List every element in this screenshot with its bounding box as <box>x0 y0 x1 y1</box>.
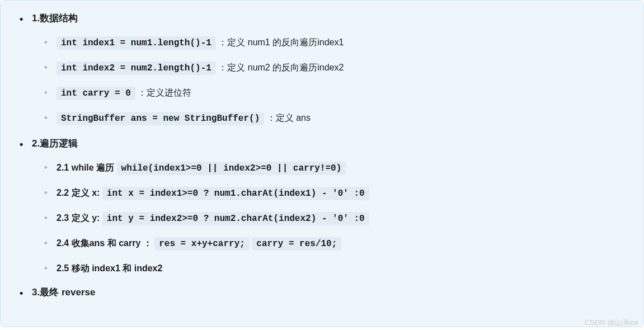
item-description: ：定义 ans <box>267 113 311 122</box>
list-item: 2.1 while 遍历 while(index1>=0 || index2>=… <box>57 160 630 176</box>
list-item: int index2 = num2.length()-1 ：定义 num2 的反… <box>57 60 630 76</box>
watermark: CSDN @山涧ice <box>585 318 638 328</box>
code-snippet: while(index1>=0 || index2>=0 || carry!=0… <box>117 162 346 175</box>
list-item: int index1 = num1.length()-1 ：定义 num1 的反… <box>57 35 630 51</box>
item-description: ：定义 num2 的反向遍历index2 <box>218 63 344 72</box>
code-snippet: int y = index2>=0 ? num2.charAt(index2) … <box>102 212 369 225</box>
code-snippet: res = x+y+carry; <box>154 237 250 251</box>
item-description: ：定义 num1 的反向遍历index1 <box>218 37 344 47</box>
list-item: 2.3 定义 y: int y = index2>=0 ? num2.charA… <box>57 210 630 227</box>
item-bold-label: 2.2 定义 x: <box>57 188 100 197</box>
section-1-items: int index1 = num1.length()-1 ：定义 num1 的反… <box>32 35 630 127</box>
code-snippet: StringBuffer ans = new StringBuffer() <box>57 112 264 125</box>
item-description: ：定义进位符 <box>138 88 191 97</box>
list-item: StringBuffer ans = new StringBuffer() ：定… <box>57 110 630 126</box>
code-snippet: int index2 = num2.length()-1 <box>57 62 216 75</box>
section-2-items: 2.1 while 遍历 while(index1>=0 || index2>=… <box>32 160 630 276</box>
code-snippet: int x = index1>=0 ? num1.charAt(index1) … <box>102 187 369 200</box>
outer-list: 1.数据结构 int index1 = num1.length()-1 ：定义 … <box>14 11 630 301</box>
item-bold-label: 2.3 定义 y: <box>57 213 100 223</box>
list-item: 2.2 定义 x: int x = index1>=0 ? num1.charA… <box>57 185 630 201</box>
section-3: 3.最终 reverse <box>32 285 630 301</box>
section-2: 2.遍历逻辑 2.1 while 遍历 while(index1>=0 || i… <box>32 136 630 276</box>
list-item: 2.4 收集ans 和 carry ： res = x+y+carry; car… <box>57 235 630 252</box>
item-bold-label: 2.1 while 遍历 <box>57 163 114 172</box>
code-snippet: int index1 = num1.length()-1 <box>57 36 216 50</box>
section-1: 1.数据结构 int index1 = num1.length()-1 ：定义 … <box>32 11 630 127</box>
list-item: int carry = 0 ：定义进位符 <box>57 85 630 101</box>
section-3-title: 3.最终 reverse <box>32 287 95 298</box>
code-snippet: carry = res/10; <box>252 237 341 251</box>
section-1-title: 1.数据结构 <box>32 13 78 23</box>
item-bold-label: 2.5 移动 index1 和 index2 <box>57 263 162 273</box>
code-snippet: int carry = 0 <box>57 87 135 100</box>
item-bold-label: 2.4 收集ans 和 carry ： <box>57 238 152 248</box>
section-2-title: 2.遍历逻辑 <box>32 138 78 149</box>
list-item: 2.5 移动 index1 和 index2 <box>57 261 630 276</box>
document-container: 1.数据结构 int index1 = num1.length()-1 ：定义 … <box>0 0 644 327</box>
